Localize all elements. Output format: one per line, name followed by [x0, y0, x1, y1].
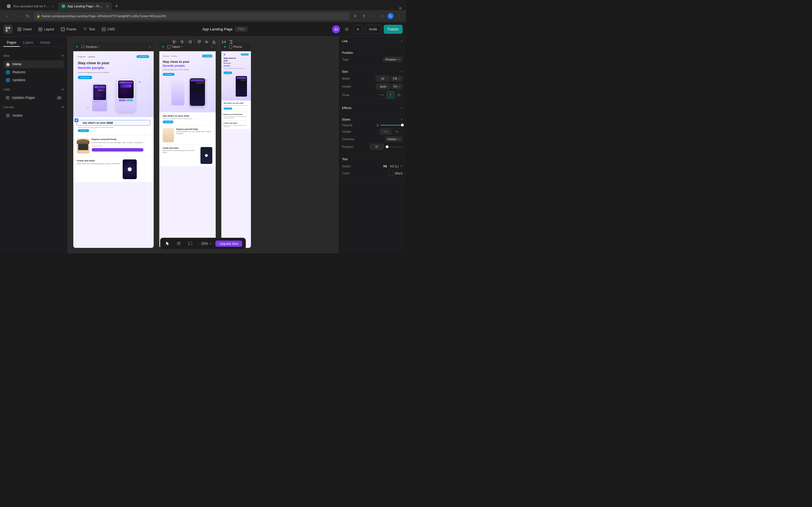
align-top-icon[interactable]: [196, 39, 202, 45]
svg-rect-22: [173, 43, 175, 43]
cms-add-button[interactable]: +: [61, 87, 64, 92]
align-center-v-icon[interactable]: [204, 39, 210, 45]
tab-close-1[interactable]: ×: [52, 4, 54, 8]
invite-button[interactable]: Invite: [365, 25, 382, 34]
device-add-icon[interactable]: +: [149, 45, 151, 49]
desktop-get-started-btn[interactable]: Get Started: [137, 55, 149, 58]
opacity-thumb[interactable]: [401, 124, 404, 126]
zoom-control[interactable]: 25%: [201, 242, 212, 245]
distribute-v-icon[interactable]: [228, 39, 234, 45]
more-icon[interactable]: ⋮: [395, 12, 403, 20]
comment-tool[interactable]: [186, 240, 194, 247]
download-icon[interactable]: ⬇: [351, 12, 359, 20]
insert-button[interactable]: Insert: [15, 25, 35, 34]
tab-close-2[interactable]: ×: [107, 4, 109, 8]
avatar[interactable]: JJ: [332, 25, 340, 33]
play-icon: ▶: [128, 167, 132, 171]
link-add-btn[interactable]: +: [401, 40, 403, 43]
section3-title: Express yourself freely: [92, 138, 144, 140]
app-logo[interactable]: [3, 25, 12, 34]
device-indicator-dot: [76, 46, 78, 48]
color-swatch[interactable]: [389, 171, 393, 175]
browser-tab-2[interactable]: F App Landing Page – Framer ×: [58, 2, 112, 10]
distribute-h-icon[interactable]: [221, 39, 227, 45]
svg-rect-7: [39, 27, 42, 29]
size-title: Size +: [342, 70, 403, 73]
desktop-nav: Features Updates Get Started: [78, 55, 149, 58]
position-type-row: Type Relative: [342, 57, 403, 62]
frame-button[interactable]: Frame: [58, 25, 79, 34]
select-tool[interactable]: [164, 240, 172, 247]
text-button[interactable]: Text: [80, 25, 98, 34]
star-icon[interactable]: ☆: [369, 12, 377, 20]
width-input[interactable]: 1fr: [375, 75, 390, 82]
align-center-h-icon[interactable]: [179, 39, 185, 45]
hand-tool[interactable]: [175, 240, 183, 247]
visible-yes-btn[interactable]: Yes: [380, 129, 392, 134]
style-close-btn[interactable]: ×: [400, 164, 403, 168]
grow-horizontal-btn[interactable]: [378, 91, 386, 99]
text-editing-box[interactable]: Say what's on your mind: [77, 120, 150, 126]
nav-item-features[interactable]: 🌐 /features: [3, 68, 64, 76]
tab-assets[interactable]: Assets: [37, 39, 54, 47]
back-button[interactable]: ‹: [3, 12, 11, 20]
styles-add-btn[interactable]: +: [401, 118, 403, 121]
height-input[interactable]: Auto: [376, 83, 390, 90]
rotation-thumb[interactable]: [386, 145, 389, 148]
canvas-section-title: Canvas: [3, 105, 14, 109]
grow-vertical-btn[interactable]: [387, 91, 394, 99]
tab-pages[interactable]: Pages: [3, 39, 20, 47]
reload-button[interactable]: ↻: [24, 12, 32, 20]
visible-no-btn[interactable]: No: [392, 129, 402, 134]
tablet-cta-btn[interactable]: Get Started: [202, 55, 212, 57]
svg-rect-12: [102, 27, 105, 29]
settings-button[interactable]: [342, 25, 351, 34]
new-tab-button[interactable]: +: [112, 2, 120, 10]
address-bar[interactable]: 🔒 framer.com/projects/App-Landing-Page--…: [34, 12, 349, 20]
web-add-button[interactable]: +: [61, 54, 64, 58]
browser-tab-1[interactable]: Your activation link for Framer. ×: [3, 2, 57, 10]
opacity-fill: [380, 125, 403, 126]
opacity-slider[interactable]: [380, 125, 403, 126]
overflow-select[interactable]: Hidden: [385, 136, 403, 142]
profile-icon[interactable]: S: [388, 13, 394, 19]
nav-item-assets[interactable]: Assets: [3, 112, 64, 119]
forward-button[interactable]: ›: [13, 12, 21, 20]
tablet-section2-cta[interactable]: Get Started: [163, 121, 173, 123]
align-bottom-icon[interactable]: [211, 39, 217, 45]
position-type-select[interactable]: Relative: [383, 57, 403, 62]
tablet-hero-cta[interactable]: Get Started: [163, 73, 174, 76]
section2-cta-desktop[interactable]: Get Started: [78, 129, 89, 132]
upgrade-button[interactable]: Upgrade Now: [215, 240, 242, 247]
rotation-slider[interactable]: [386, 147, 403, 147]
grow-both-btn[interactable]: [395, 91, 403, 99]
canvas-area[interactable]: Desktop ▾ + Features: [68, 37, 338, 253]
phone-hero-line3: favorite: [223, 62, 249, 64]
nav-item-updates-pages[interactable]: Updates Pages 4: [3, 94, 64, 101]
browser-menu-icon[interactable]: ⊞: [399, 6, 402, 10]
nav-item-updates[interactable]: 🌐 /updates: [3, 76, 64, 84]
cms-button[interactable]: CMS: [99, 25, 118, 34]
share-icon[interactable]: ⬆: [360, 12, 368, 20]
height-fit-select[interactable]: Fit: [391, 83, 403, 89]
align-right-icon[interactable]: [186, 39, 193, 45]
canvas-add-button[interactable]: +: [61, 105, 64, 109]
effects-add-btn[interactable]: +: [401, 106, 403, 110]
nav-item-home[interactable]: 🏠 Home: [3, 60, 64, 68]
phone-hero-cta[interactable]: Get Started: [223, 71, 232, 74]
publish-button[interactable]: Publish: [384, 25, 403, 34]
preview-button[interactable]: [354, 25, 363, 34]
phone-get-started[interactable]: Get Started: [241, 54, 249, 55]
svg-rect-9: [41, 29, 42, 31]
tab-layers[interactable]: Layers: [20, 39, 37, 47]
size-add-btn[interactable]: +: [401, 70, 403, 73]
app-container: Insert Layout Frame Text CMS App Landing…: [0, 22, 406, 253]
layout-button[interactable]: Layout: [36, 25, 57, 34]
extensions-icon[interactable]: ⬡: [378, 12, 386, 20]
desktop-hero-cta[interactable]: Get Started: [78, 76, 92, 79]
align-left-icon[interactable]: [172, 39, 178, 45]
device-tablet-text: Tablet: [172, 45, 180, 48]
width-fill-select[interactable]: Fill: [391, 76, 403, 81]
phone-section2-cta[interactable]: Get Started: [223, 108, 232, 110]
rotation-input[interactable]: 0°: [370, 144, 384, 150]
